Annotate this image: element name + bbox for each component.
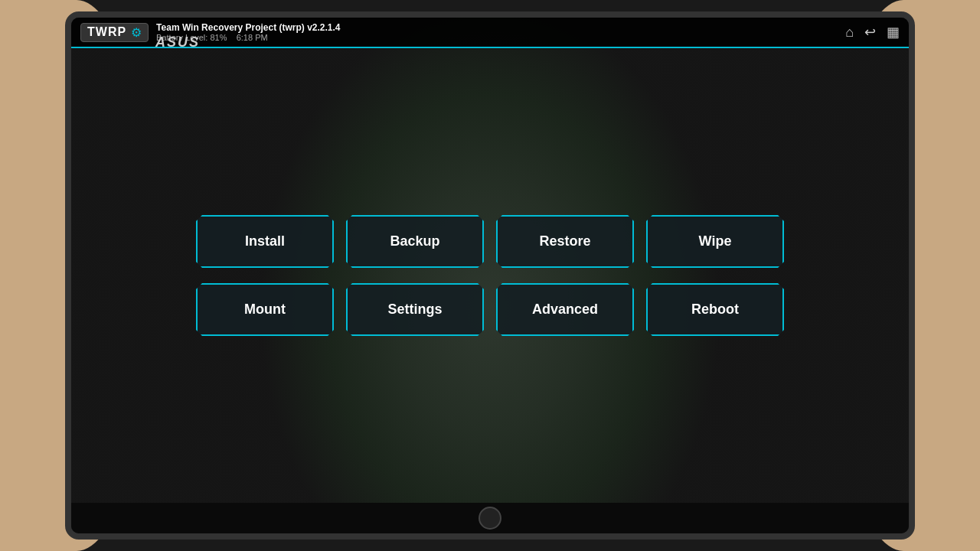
button-row-1: Install Backup Restore Wipe <box>102 215 878 268</box>
install-button[interactable]: Install <box>196 215 334 268</box>
time-label: 6:18 PM <box>237 33 268 42</box>
advanced-button[interactable]: Advanced <box>496 283 634 336</box>
header-left: TWRP ⚙ Team Win Recovery Project (twrp) … <box>80 22 341 42</box>
twrp-label: TWRP <box>87 25 126 39</box>
mount-button[interactable]: Mount <box>196 283 334 336</box>
wipe-button[interactable]: Wipe <box>646 215 784 268</box>
twrp-gear-icon: ⚙ <box>131 25 142 40</box>
home-icon[interactable]: ⌂ <box>845 24 854 41</box>
header-icons: ⌂ ↩ ▦ <box>845 24 900 41</box>
tablet: ASUS TWRP ⚙ Team Win Recovery Project (t… <box>65 11 915 540</box>
menu-icon[interactable]: ▦ <box>887 24 900 41</box>
main-content: Install Backup Restore Wipe Mount Sett <box>71 48 909 503</box>
asus-brand-label: ASUS <box>155 34 200 51</box>
twrp-logo: TWRP ⚙ <box>80 23 149 42</box>
home-button[interactable] <box>479 507 501 530</box>
restore-button[interactable]: Restore <box>496 215 634 268</box>
screen: TWRP ⚙ Team Win Recovery Project (twrp) … <box>71 18 909 503</box>
tablet-bottom-bezel <box>71 503 909 533</box>
backup-button[interactable]: Backup <box>346 215 484 268</box>
settings-button[interactable]: Settings <box>346 283 484 336</box>
button-row-2: Mount Settings Advanced Reboot <box>102 283 878 336</box>
back-icon[interactable]: ↩ <box>864 24 876 41</box>
reboot-button[interactable]: Reboot <box>646 283 784 336</box>
header-title: Team Win Recovery Project (twrp) v2.2.1.… <box>156 22 340 33</box>
